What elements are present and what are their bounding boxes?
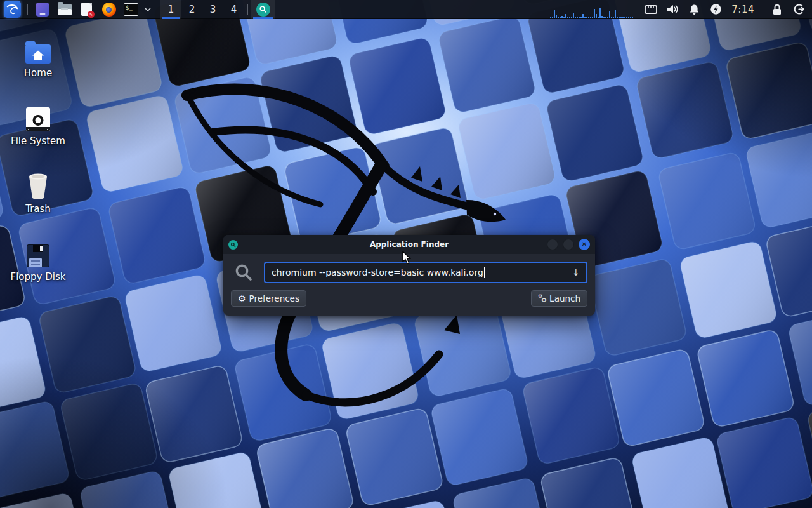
gear-icon: ⚙ [238, 294, 246, 303]
clock[interactable]: 7:14 [726, 0, 759, 19]
launch-button[interactable]: ⚙⚙ Launch [531, 290, 587, 307]
notifications-tray-button[interactable] [683, 0, 705, 19]
trash-icon [25, 173, 51, 199]
file-manager-icon [58, 4, 72, 15]
terminal-icon: $_ [124, 3, 138, 16]
terminal-dropdown-button[interactable] [142, 0, 154, 19]
minimize-button[interactable] [547, 239, 558, 250]
mouse-cursor [402, 251, 412, 265]
app-finder-window-icon [228, 240, 238, 250]
search-icon-large [231, 263, 256, 282]
close-button[interactable]: ✕ [579, 239, 590, 250]
lock-screen-button[interactable] [766, 0, 788, 19]
file-system-drive-icon [26, 107, 50, 131]
desktop-screen: ✎ $_ 1 2 3 4 [0, 0, 812, 508]
power-icon [710, 3, 722, 15]
volume-tray-button[interactable] [662, 0, 683, 19]
network-tray-button[interactable] [640, 0, 662, 19]
launcher-file-manager[interactable] [53, 0, 75, 19]
bell-icon [689, 4, 700, 15]
preferences-button[interactable]: ⚙ Preferences [231, 290, 306, 307]
logout-icon [793, 3, 805, 15]
desktop-icon-trash[interactable]: Trash [9, 171, 67, 239]
text-editor-icon: ✎ [81, 3, 92, 16]
launch-icon: ⚙⚙ [538, 294, 546, 303]
logout-button[interactable] [788, 0, 809, 19]
panel-right-zone: 7:14 [550, 0, 812, 19]
panel-separator [27, 4, 28, 15]
desktop-icon-home[interactable]: Home [9, 36, 67, 104]
search-input[interactable]: chromium --password-store=basic www.kali… [264, 262, 587, 283]
desktop-icon-floppy-disk[interactable]: Floppy Disk [9, 239, 67, 307]
launch-button-label: Launch [549, 293, 580, 304]
chevron-down-icon [145, 8, 151, 11]
desktop-icon-file-system[interactable]: File System [9, 104, 67, 171]
kali-logo-icon [4, 1, 21, 18]
maximize-button[interactable] [563, 239, 574, 250]
launcher-firefox[interactable] [98, 0, 120, 19]
volume-icon [667, 4, 679, 15]
dashboard-icon [36, 3, 49, 17]
firefox-icon [102, 3, 116, 17]
desktop-icon-label: Floppy Disk [11, 271, 66, 283]
text-caret [484, 267, 485, 278]
desktop-icon-column: Home File System Trash [9, 36, 67, 307]
kali-menu-button[interactable] [0, 0, 24, 19]
power-manager-tray-button[interactable] [705, 0, 726, 19]
workspace-4-button[interactable]: 4 [223, 0, 244, 19]
search-input-value: chromium --password-store=basic www.kali… [272, 267, 483, 277]
launcher-terminal[interactable]: $_ [120, 0, 142, 19]
window-title: Application Finder [223, 240, 595, 249]
lock-icon [772, 4, 782, 15]
app-finder-button[interactable] [251, 0, 275, 19]
workspace-1-button[interactable]: 1 [160, 0, 181, 19]
panel-separator [763, 4, 763, 15]
floppy-disk-icon [27, 244, 49, 267]
edit-badge-icon: ✎ [88, 11, 95, 18]
launcher-text-editor[interactable]: ✎ [75, 0, 98, 19]
workspace-3-button[interactable]: 3 [202, 0, 223, 19]
network-icon [645, 4, 657, 15]
desktop-icon-label: Trash [25, 203, 51, 215]
panel-separator [247, 4, 248, 15]
home-folder-icon [25, 44, 51, 64]
cpu-graph[interactable] [550, 0, 634, 19]
desktop-icon-label: File System [11, 135, 65, 147]
workspace-2-button[interactable]: 2 [181, 0, 202, 19]
panel-separator [157, 4, 157, 15]
search-icon [256, 3, 270, 17]
desktop-icon-label: Home [24, 67, 52, 79]
preferences-button-label: Preferences [249, 293, 299, 304]
history-dropdown-icon[interactable]: ↓ [572, 267, 580, 278]
top-panel: ✎ $_ 1 2 3 4 [0, 0, 812, 19]
application-finder-window: Application Finder ✕ chromium --password… [223, 235, 595, 316]
launcher-dashboard[interactable] [31, 0, 53, 19]
